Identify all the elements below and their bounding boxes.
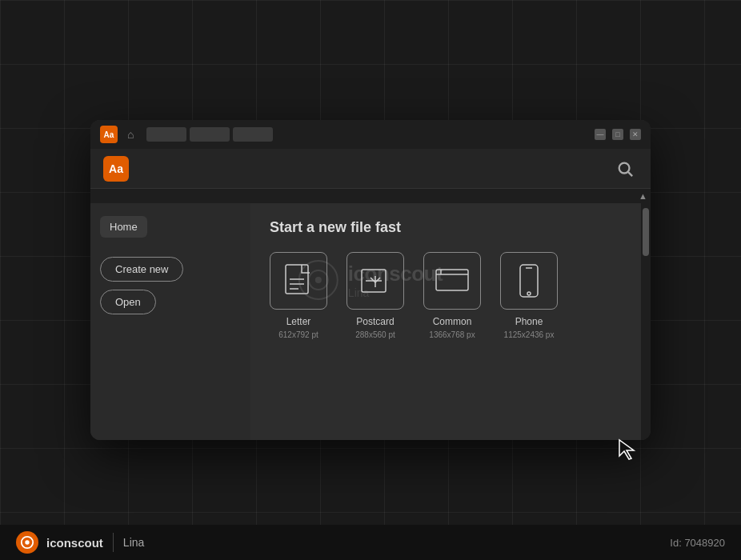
template-phone[interactable]: Phone 1125x2436 px — [500, 252, 558, 339]
titlebar-home-icon[interactable]: ⌂ — [127, 128, 134, 141]
template-common[interactable]: Common 1366x768 px — [423, 252, 481, 339]
content-area: Start a new file fast — [250, 203, 641, 440]
open-button[interactable]: Open — [100, 290, 156, 314]
title-bar-tabs — [146, 127, 273, 142]
svg-line-1 — [628, 172, 632, 176]
bottom-user-name: Lina — [123, 536, 144, 549]
template-phone-size: 1125x2436 px — [504, 330, 555, 339]
scrollbar-thumb[interactable] — [643, 208, 649, 256]
template-postcard-size: 288x560 pt — [355, 330, 395, 339]
bottom-logo-icon — [16, 531, 38, 554]
svg-point-20 — [25, 540, 29, 544]
bottom-brand-name: iconscout — [46, 536, 103, 550]
template-grid: Letter 612x792 pt — [270, 252, 622, 339]
title-tab-1 — [146, 127, 186, 142]
template-common-size: 1366x768 px — [429, 330, 475, 339]
scrollbar-track — [641, 203, 651, 440]
search-button[interactable] — [612, 156, 638, 182]
app-window: Aa ⌂ — □ ✕ Aa ▲ — [90, 120, 651, 440]
template-letter-label: Letter — [286, 316, 311, 327]
bottom-bar: iconscout Lina Id: 7048920 — [0, 525, 741, 560]
bottom-logo: iconscout — [16, 531, 103, 554]
minimize-button[interactable]: — — [595, 129, 606, 140]
title-tab-3 — [233, 127, 273, 142]
svg-point-0 — [619, 162, 630, 173]
app-toolbar: Aa — [90, 149, 651, 189]
sidebar-home[interactable]: Home — [100, 216, 147, 238]
svg-point-14 — [527, 292, 531, 295]
close-button[interactable]: ✕ — [630, 129, 641, 140]
title-bar: Aa ⌂ — □ ✕ — [90, 120, 651, 149]
start-new-title: Start a new file fast — [270, 219, 622, 236]
template-letter[interactable]: Letter 612x792 pt — [270, 252, 327, 339]
template-letter-size: 612x792 pt — [278, 330, 318, 339]
template-phone-label: Phone — [515, 316, 543, 327]
scroll-up-arrow[interactable]: ▲ — [639, 191, 647, 201]
template-postcard-label: Postcard — [356, 316, 394, 327]
template-icon-letter — [270, 252, 327, 310]
app-logo: Aa — [103, 156, 129, 182]
app-icon-small: Aa — [100, 126, 118, 143]
create-new-button[interactable]: Create new — [100, 257, 183, 282]
maximize-button[interactable]: □ — [612, 129, 623, 140]
scroll-top-bar: ▲ — [90, 189, 651, 203]
app-main: Home Create new Open Start a new file fa… — [90, 203, 651, 440]
template-postcard[interactable]: Postcard 288x560 pt — [346, 252, 404, 339]
template-icon-phone — [500, 252, 558, 310]
title-tab-2 — [190, 127, 230, 142]
bottom-divider — [113, 533, 114, 552]
template-icon-postcard — [346, 252, 404, 310]
template-common-label: Common — [433, 316, 472, 327]
sidebar: Home Create new Open — [90, 203, 250, 440]
app-body: Aa ▲ Home Create new Open — [90, 149, 651, 440]
bottom-id: Id: 7048920 — [670, 537, 725, 549]
template-icon-common — [423, 252, 481, 310]
window-controls: — □ ✕ — [595, 129, 641, 140]
